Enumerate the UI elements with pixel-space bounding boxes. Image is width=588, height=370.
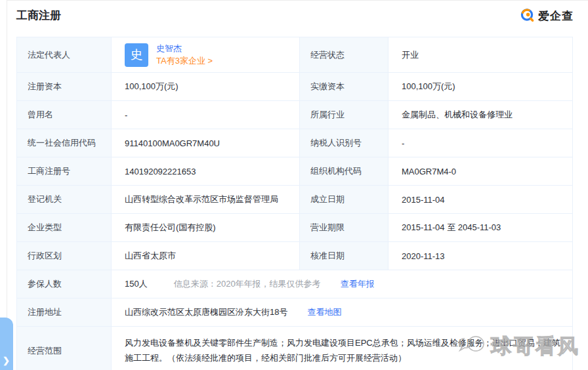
row-label: 参保人数 — [17, 270, 112, 298]
table-row: 行政区划 山西省太原市 核准日期 2020-11-13 — [17, 242, 572, 270]
row-label: 统一社会信用代码 — [17, 129, 112, 157]
row-value: 山西转型综合改革示范区市场监督管理局 — [112, 186, 300, 213]
row-value: - — [112, 101, 300, 129]
row-label: 法定代表人 — [17, 37, 112, 72]
table-row-business-scope: 经营范围 风力发电设备整机及关键零部件生产制造；风力发电建设项目EPC总承包；风… — [17, 327, 572, 370]
insured-source-hint: 信息来源：2020年年报，结果仅供参考 — [174, 278, 321, 290]
row-value: 2015-11-04 — [388, 186, 574, 213]
row-label: 成立日期 — [300, 186, 388, 213]
row-value: 100,100万(元) — [112, 73, 300, 100]
row-label: 实缴资本 — [300, 73, 388, 100]
legal-rep-cell: 史 史智杰 TA有3家企业 > — [112, 37, 300, 72]
row-label: 组织机构代码 — [300, 157, 388, 185]
row-label: 行政区划 — [17, 242, 112, 270]
row-label: 工商注册号 — [17, 157, 112, 185]
row-value: 2015-11-04 至 2045-11-03 — [388, 214, 574, 241]
row-label: 经营范围 — [17, 327, 112, 370]
table-row: 登记机关 山西转型综合改革示范区市场监督管理局 成立日期 2015-11-04 — [17, 186, 572, 214]
row-label: 经营状态 — [300, 37, 388, 72]
brand-name: 爱企查 — [538, 9, 574, 24]
row-value: - — [388, 129, 574, 157]
table-row-insured: 参保人数 150人 信息来源：2020年年报，结果仅供参考 查看年报 — [17, 270, 572, 298]
aiqicha-logo-icon — [520, 7, 535, 25]
row-value: 100,100万(元) — [388, 73, 574, 100]
chevron-right-icon: ❯ — [3, 356, 10, 365]
row-value: 140192092221653 — [112, 157, 300, 185]
row-value: 有限责任公司(国有控股) — [112, 214, 300, 241]
legal-rep-name-link[interactable]: 史智杰 — [156, 43, 213, 54]
table-row: 统一社会信用代码 91140100MA0GR7M40U 纳税人识别号 - — [17, 129, 572, 157]
legal-rep-companies-link[interactable]: TA有3家企业 > — [156, 56, 213, 66]
row-label: 核准日期 — [300, 242, 388, 270]
table-row-legal-rep: 法定代表人 史 史智杰 TA有3家企业 > 经营状态 开业 — [17, 37, 572, 73]
row-value: MA0GR7M4-0 — [388, 157, 574, 185]
row-value: 山西省太原市 — [112, 242, 300, 270]
side-panel-expand-tab[interactable]: ❯ — [0, 318, 13, 370]
business-registration-table: 法定代表人 史 史智杰 TA有3家企业 > 经营状态 开业 注册资本 100,1… — [16, 37, 573, 370]
row-value: 金属制品、机械和设备修理业 — [388, 101, 574, 129]
table-row-address: 注册地址 山西综改示范区太原唐槐园区汾东大街18号 查看地图 — [17, 298, 572, 327]
row-label: 纳税人识别号 — [300, 129, 388, 157]
table-row: 工商注册号 140192092221653 组织机构代码 MA0GR7M4-0 — [17, 157, 572, 186]
address-cell: 山西综改示范区太原唐槐园区汾东大街18号 查看地图 — [112, 298, 574, 326]
row-label: 营业期限 — [300, 214, 388, 241]
row-label: 登记机关 — [17, 186, 112, 213]
table-row: 曾用名 - 所属行业 金属制品、机械和设备修理业 — [17, 101, 572, 129]
row-value: 91140100MA0GR7M40U — [112, 129, 300, 157]
row-value: 开业 — [388, 37, 574, 72]
view-annual-report-link[interactable]: 查看年报 — [341, 278, 375, 290]
row-label: 注册资本 — [17, 73, 112, 100]
row-label: 所属行业 — [300, 101, 388, 129]
row-label: 企业类型 — [17, 214, 112, 241]
content-card: 工商注册 爱企查 法定代表人 史 史智杰 TA有3家企业 > — [7, 0, 588, 370]
page-title: 工商注册 — [16, 8, 61, 23]
insured-count: 150人 — [125, 278, 148, 290]
row-value: 2020-11-13 — [388, 242, 574, 270]
legal-rep-avatar[interactable]: 史 — [125, 43, 148, 67]
business-scope-text: 风力发电设备整机及关键零部件生产制造；风力发电建设项目EPC总承包；风场运维及检… — [112, 327, 574, 370]
address-text: 山西综改示范区太原唐槐园区汾东大街18号 — [125, 306, 287, 318]
row-label: 注册地址 — [17, 298, 112, 326]
table-row: 注册资本 100,100万(元) 实缴资本 100,100万(元) — [17, 73, 572, 101]
brand-logo[interactable]: 爱企查 — [520, 7, 574, 25]
table-row: 企业类型 有限责任公司(国有控股) 营业期限 2015-11-04 至 2045… — [17, 214, 572, 242]
view-map-link[interactable]: 查看地图 — [307, 306, 341, 318]
insured-cell: 150人 信息来源：2020年年报，结果仅供参考 查看年报 — [112, 270, 574, 298]
row-label: 曾用名 — [17, 101, 112, 129]
